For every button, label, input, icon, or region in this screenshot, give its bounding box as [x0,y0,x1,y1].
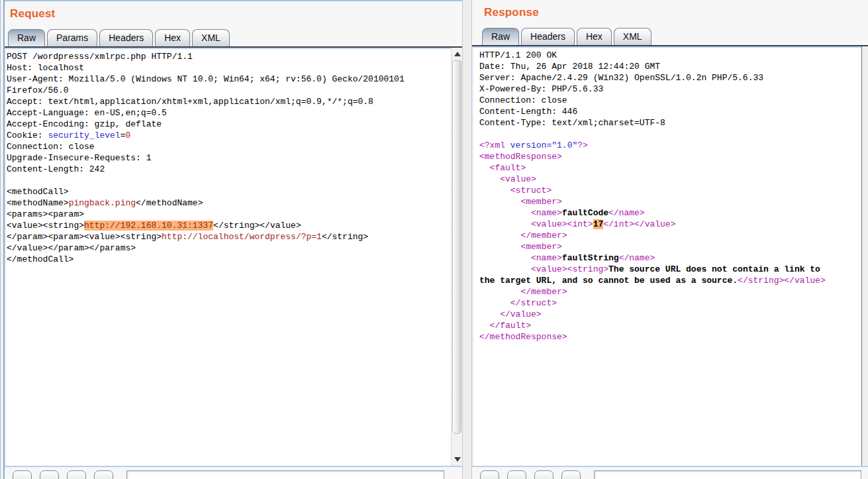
request-tab-hex[interactable]: Hex [155,29,190,46]
code-line: <?xml version="1.0"?> [479,140,855,151]
request-panel: Request RawParamsHeadersHexXML POST /wor… [5,0,462,479]
code-line: </value> [479,309,855,320]
response-header: Response RawHeadersHexXML [472,0,868,45]
code-line: User-Agent: Mozilla/5.0 (Windows NT 10.0… [7,74,449,85]
code-line: <name>faultCode</name> [479,207,855,219]
code-line: </member> [479,230,855,241]
code-line: X-Powered-By: PHP/5.6.33 [479,83,855,95]
code-line: Firefox/56.0 [7,85,449,96]
search-regex-button[interactable] [94,470,113,479]
code-line: <methodName>pingback.ping</methodName> [7,197,449,209]
code-line: Connection: close [7,141,449,152]
code-line: </param><param><value><string>http://loc… [7,231,449,242]
code-line: </struct> [479,297,855,309]
code-line: </value></param></params> [7,242,449,254]
code-line: <value><string>The source URL does not c… [479,264,855,275]
code-line: HTTP/1.1 200 OK [479,50,855,61]
response-tab-hex[interactable]: Hex [577,28,612,45]
response-tab-headers[interactable]: Headers [521,28,575,45]
code-line: Date: Thu, 26 Apr 2018 12:44:20 GMT [479,61,855,72]
request-tab-params[interactable]: Params [47,29,97,46]
code-line: Connection: close [479,95,855,106]
response-tab-xml[interactable]: XML [614,28,651,45]
search-input[interactable] [594,470,861,479]
code-line: <name>faultString</name> [479,252,855,264]
code-line: Content-Type: text/xml;charset=UTF-8 [479,117,855,129]
code-line: <methodResponse> [479,151,855,162]
code-line: POST /wordpresss/xmlrpc.php HTTP/1.1 [7,51,449,62]
response-tabs: RawHeadersHexXML [482,28,653,45]
code-line: Accept: text/html,application/xhtml+xml,… [7,96,449,107]
request-search-bar [5,467,462,479]
code-line: <member> [479,196,855,207]
code-line: </member> [479,286,855,297]
code-line: Content-Length: 446 [479,106,855,117]
response-title: Response [472,0,868,19]
scrollbar-thumb[interactable] [452,60,461,434]
code-line: Content-Length: 242 [7,164,449,175]
code-line: <member> [479,241,855,252]
code-line: Accept-Encoding: gzip, deflate [7,119,449,130]
search-case-button[interactable] [534,470,554,479]
panel-divider[interactable] [462,0,472,479]
code-line: Upgrade-Insecure-Requests: 1 [7,152,449,164]
code-line: Accept-Language: en-US,en;q=0.5 [7,107,449,119]
response-panel: Response RawHeadersHexXML HTTP/1.1 200 O… [472,0,868,479]
code-line: </methodResponse> [479,331,855,343]
code-line: <params><param> [7,209,449,220]
code-line [7,175,449,186]
response-search-bar [472,467,868,479]
scroll-down-icon[interactable] [452,454,462,466]
search-regex-button[interactable] [561,470,581,479]
code-line: <struct> [479,185,855,196]
code-line: <methodCall> [7,186,449,197]
request-editor[interactable]: POST /wordpresss/xmlrpc.php HTTP/1.1Host… [5,46,462,467]
code-line: Cookie: security_level=0 [7,130,449,141]
request-tab-xml[interactable]: XML [192,29,230,46]
request-title: Request [5,1,462,21]
code-line: <value><int>17</int></value> [479,219,855,230]
request-code[interactable]: POST /wordpresss/xmlrpc.php HTTP/1.1Host… [5,48,462,466]
search-prev-button[interactable] [480,470,499,479]
left-splitter-edge [0,0,5,479]
code-line: </fault> [479,320,855,331]
code-line: the target URL, and so cannot be used as… [479,275,855,286]
code-line [479,129,855,140]
response-editor[interactable]: HTTP/1.1 200 OKDate: Thu, 26 Apr 2018 12… [472,45,868,467]
search-next-button[interactable] [507,470,526,479]
request-header: Request RawParamsHeadersHexXML [5,1,462,46]
search-input[interactable] [126,470,444,479]
request-tab-raw[interactable]: Raw [8,29,45,46]
response-tab-raw[interactable]: Raw [482,28,519,45]
response-code[interactable]: HTTP/1.1 200 OKDate: Thu, 26 Apr 2018 12… [472,46,868,466]
code-line: </methodCall> [7,254,449,265]
code-line: <fault> [479,162,855,174]
search-next-button[interactable] [40,470,59,479]
request-tabs: RawParamsHeadersHexXML [8,29,232,46]
repeater-view: Request RawParamsHeadersHexXML POST /wor… [0,0,868,479]
request-tab-headers[interactable]: Headers [99,29,153,46]
code-line: Host: localhost [7,62,449,74]
search-case-button[interactable] [67,470,86,479]
code-line: <value><string>http://192.168.10.31:1337… [7,220,449,231]
response-scrollbar[interactable] [861,46,868,466]
code-line: <value> [479,174,855,185]
code-line: Server: Apache/2.4.29 (Win32) OpenSSL/1.… [479,72,855,83]
scroll-up-icon[interactable] [452,48,462,60]
request-scrollbar[interactable] [451,48,462,466]
search-prev-button[interactable] [13,470,32,479]
